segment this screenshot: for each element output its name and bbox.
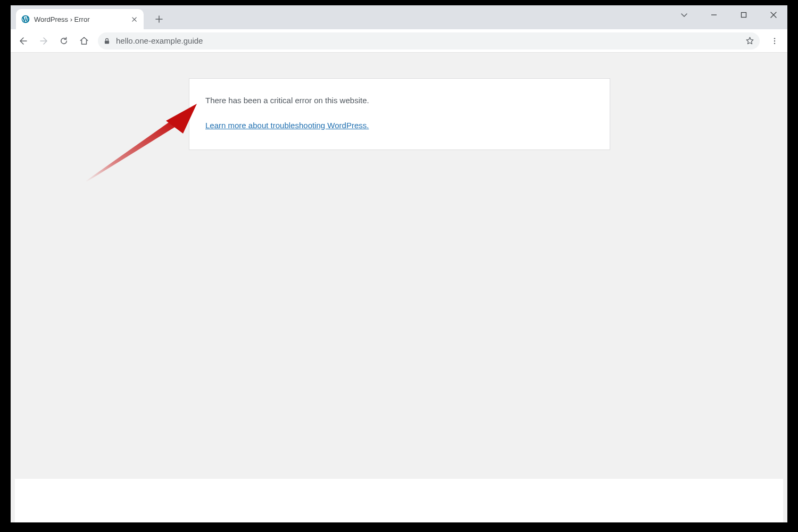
address-bar[interactable]: hello.one-example.guide	[98, 32, 760, 49]
bottom-white-bar	[15, 479, 783, 522]
new-tab-button[interactable]	[151, 11, 167, 27]
home-button[interactable]	[76, 32, 93, 49]
page-viewport: There has been a critical error on this …	[11, 53, 787, 522]
back-button[interactable]	[15, 32, 32, 49]
window-controls	[674, 5, 784, 24]
troubleshoot-link[interactable]: Learn more about troubleshooting WordPre…	[205, 121, 369, 130]
wp-error-box: There has been a critical error on this …	[189, 78, 610, 150]
browser-menu-button[interactable]	[766, 32, 783, 49]
browser-tab[interactable]: WordPress › Error	[16, 9, 144, 29]
close-window-button[interactable]	[763, 7, 784, 23]
svg-point-5	[774, 43, 775, 44]
forward-button[interactable]	[35, 32, 52, 49]
browser-toolbar: hello.one-example.guide	[11, 29, 787, 53]
browser-window: WordPress › Error	[11, 5, 787, 522]
svg-marker-6	[85, 118, 180, 181]
reload-button[interactable]	[55, 32, 72, 49]
wordpress-favicon-icon	[21, 15, 30, 23]
error-message: There has been a critical error on this …	[205, 95, 594, 107]
svg-point-3	[774, 38, 775, 39]
tab-strip: WordPress › Error	[11, 5, 787, 29]
bookmark-star-icon[interactable]	[745, 36, 754, 45]
chevron-down-icon[interactable]	[674, 7, 695, 23]
svg-rect-2	[105, 40, 109, 44]
minimize-button[interactable]	[703, 7, 725, 23]
lock-icon	[103, 37, 111, 45]
url-text: hello.one-example.guide	[116, 36, 740, 45]
svg-rect-1	[742, 13, 746, 18]
close-tab-icon[interactable]	[130, 15, 138, 23]
svg-point-4	[774, 40, 775, 41]
maximize-button[interactable]	[733, 7, 754, 23]
tab-title: WordPress › Error	[34, 15, 126, 23]
